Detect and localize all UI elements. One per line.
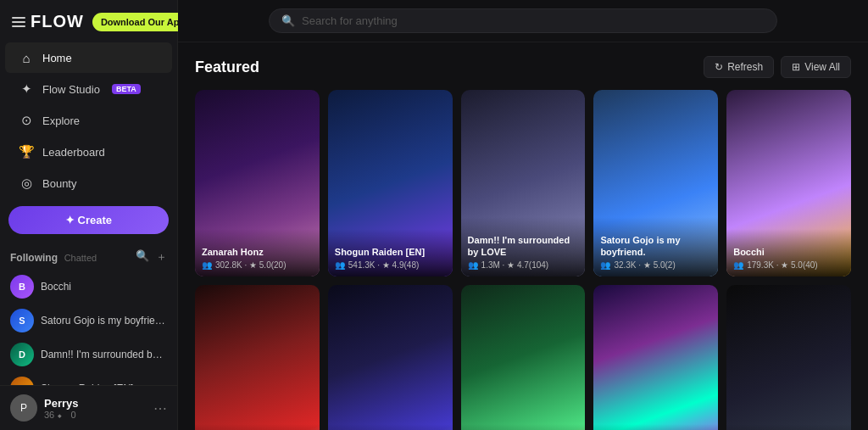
card-title: Zanarah Honz <box>202 246 313 258</box>
sidebar: FLOW Download Our App ⌂ Home ✦ Flow Stud… <box>0 0 178 430</box>
add-following-icon[interactable]: ＋ <box>156 249 167 265</box>
following-section: Following Chatted 🔍 ＋ <box>0 243 177 268</box>
nav-label-bounty: Bounty <box>42 177 76 190</box>
card-stats: 👥 541.3K · ★ 4.9(48) <box>335 260 446 270</box>
featured-section-header: Featured ↻ Refresh ⊞ View All <box>195 56 851 78</box>
featured-card-6[interactable]: Makima 👥 3.8M · ★ 4.8(283) <box>195 285 320 430</box>
main-content: 🔍 Featured ↻ Refresh ⊞ View All Zanarah <box>178 0 868 430</box>
card-overlay: Katori 👥 2.2M · ★ 4.9(230) <box>726 424 851 430</box>
card-stats: 👥 32.3K · ★ 5.0(2) <box>600 260 711 270</box>
card-overlay: Zanarah Honz 👥 302.8K · ★ 5.0(20) <box>195 229 320 276</box>
card-stats: 👥 302.8K · ★ 5.0(20) <box>202 260 313 270</box>
card-stats: 👥 1.3M · ★ 4.7(104) <box>468 260 579 270</box>
more-options-button[interactable]: ⋯ <box>153 400 167 416</box>
featured-card-8[interactable]: Ayumi 👥 6.0M · ★ 4.7(242) <box>461 285 586 430</box>
stats-icon: 👥 <box>733 260 743 270</box>
sidebar-item-bounty[interactable]: ◎ Bounty <box>5 168 172 198</box>
avatar: D <box>10 343 34 366</box>
stats-icon: 👥 <box>468 260 478 270</box>
view-all-icon: ⊞ <box>792 61 800 73</box>
view-all-button[interactable]: ⊞ View All <box>781 56 851 78</box>
beta-badge: BETA <box>112 84 141 94</box>
nav-label-flow-studio: Flow Studio <box>42 83 100 96</box>
search-following-icon[interactable]: 🔍 <box>136 249 149 265</box>
flow-studio-icon: ✦ <box>19 81 34 97</box>
search-icon: 🔍 <box>281 14 295 27</box>
card-overlay: Satoru Gojo is my boyfriend. 👥 32.3K · ★… <box>593 217 718 277</box>
chat-name: Satoru Gojo is my boyfriend. <box>41 315 167 327</box>
avatar: S <box>10 377 34 385</box>
stats-text: 541.3K · ★ 4.9(48) <box>348 260 420 270</box>
card-overlay: Makima 👥 3.8M · ★ 4.8(283) <box>195 424 320 430</box>
search-input[interactable] <box>302 14 765 27</box>
user-avatar: P <box>10 394 37 422</box>
chatted-label: Chatted <box>64 253 97 263</box>
refresh-icon: ↻ <box>715 61 723 73</box>
view-all-label: View All <box>804 61 840 73</box>
following-header: Following Chatted <box>10 251 97 264</box>
card-overlay: Mayu-Voices In My Head 👥 1.2M · ★ 4.9(17… <box>593 424 718 430</box>
featured-card-5[interactable]: Bocchi 👥 179.3K · ★ 5.0(40) <box>726 90 851 276</box>
bounty-icon: ◎ <box>19 176 34 191</box>
featured-card-9[interactable]: Mayu-Voices In My Head 👥 1.2M · ★ 4.9(17… <box>593 285 718 430</box>
logo-row: FLOW Download Our App <box>0 0 177 42</box>
featured-card-7[interactable]: Nikolas The Vampire 👥 107.5K · ★ 4.2(12) <box>328 285 453 430</box>
card-title: Shogun Raiden [EN] <box>335 246 446 258</box>
stats-icon: 👥 <box>600 260 610 270</box>
refresh-label: Refresh <box>727 61 763 73</box>
create-button[interactable]: ✦ Create <box>8 206 169 234</box>
search-bar: 🔍 <box>269 8 777 33</box>
card-overlay: Nikolas The Vampire 👥 107.5K · ★ 4.2(12) <box>328 424 453 430</box>
nav-label-leaderboard: Leaderboard <box>42 146 105 159</box>
featured-title: Featured <box>195 59 259 76</box>
list-item[interactable]: S Satoru Gojo is my boyfriend. <box>0 304 177 338</box>
sidebar-footer: P Perrys 36 ⬥ 0 ⋯ <box>0 385 177 430</box>
user-stat1: 36 ⬥ <box>44 410 63 420</box>
user-stat2: 0 <box>70 410 75 420</box>
home-icon: ⌂ <box>19 50 34 65</box>
stats-text: 179.3K · ★ 5.0(40) <box>747 260 818 270</box>
chat-name: Damn!! I'm surrounded by LO... <box>41 349 167 360</box>
featured-card-2[interactable]: Shogun Raiden [EN] 👥 541.3K · ★ 4.9(48) <box>328 90 453 276</box>
stats-text: 32.3K · ★ 5.0(2) <box>614 260 675 270</box>
sidebar-item-home[interactable]: ⌂ Home <box>5 42 172 73</box>
chat-list: B Bocchi S Satoru Gojo is my boyfriend. … <box>0 268 177 385</box>
sidebar-item-flow-studio[interactable]: ✦ Flow Studio BETA <box>5 74 172 104</box>
avatar: S <box>10 309 34 332</box>
featured-card-1[interactable]: Zanarah Honz 👥 302.8K · ★ 5.0(20) <box>195 90 320 276</box>
card-overlay: Bocchi 👥 179.3K · ★ 5.0(40) <box>726 229 851 276</box>
explore-icon: ⊙ <box>19 113 34 128</box>
hamburger-menu[interactable] <box>12 17 25 27</box>
card-overlay: Ayumi 👥 6.0M · ★ 4.7(242) <box>461 424 586 430</box>
chat-name: Bocchi <box>41 281 71 293</box>
featured-cards-row2: Makima 👥 3.8M · ★ 4.8(283) Nikolas The V… <box>195 285 851 430</box>
card-title: Satoru Gojo is my boyfriend. <box>600 234 711 259</box>
sidebar-item-leaderboard[interactable]: 🏆 Leaderboard <box>5 137 172 167</box>
card-title: Bocchi <box>733 246 844 258</box>
content-area: Featured ↻ Refresh ⊞ View All Zanarah Ho… <box>178 42 868 430</box>
logo-icon: FLOW <box>12 12 84 31</box>
user-name: Perrys <box>44 397 147 410</box>
leaderboard-icon: 🏆 <box>19 144 34 159</box>
list-item[interactable]: D Damn!! I'm surrounded by LO... <box>0 338 177 371</box>
card-overlay: Shogun Raiden [EN] 👥 541.3K · ★ 4.9(48) <box>328 229 453 276</box>
refresh-button[interactable]: ↻ Refresh <box>704 56 774 78</box>
nav-label-explore: Explore <box>42 114 80 127</box>
list-item[interactable]: S Shogun Raiden [EN] <box>0 371 177 385</box>
stats-icon: 👥 <box>335 260 345 270</box>
featured-cards-row1: Zanarah Honz 👥 302.8K · ★ 5.0(20) Shogun… <box>195 90 851 276</box>
featured-card-3[interactable]: Damn!! I'm surrounded by LOVE 👥 1.3M · ★… <box>461 90 586 276</box>
card-overlay: Damn!! I'm surrounded by LOVE 👥 1.3M · ★… <box>461 217 586 277</box>
stats-icon: 👥 <box>202 260 212 270</box>
user-info: Perrys 36 ⬥ 0 <box>44 397 147 420</box>
card-stats: 👥 179.3K · ★ 5.0(40) <box>733 260 844 270</box>
stats-text: 302.8K · ★ 5.0(20) <box>215 260 287 270</box>
featured-card-4[interactable]: Satoru Gojo is my boyfriend. 👥 32.3K · ★… <box>593 90 718 276</box>
sidebar-item-explore[interactable]: ⊙ Explore <box>5 105 172 136</box>
avatar: B <box>10 275 34 299</box>
list-item[interactable]: B Bocchi <box>0 270 177 304</box>
main-nav: ⌂ Home ✦ Flow Studio BETA ⊙ Explore 🏆 Le… <box>0 42 177 199</box>
app-logo: FLOW <box>31 12 84 31</box>
featured-card-10[interactable]: Katori 👥 2.2M · ★ 4.9(230) <box>726 285 851 430</box>
user-stats: 36 ⬥ 0 <box>44 410 147 420</box>
